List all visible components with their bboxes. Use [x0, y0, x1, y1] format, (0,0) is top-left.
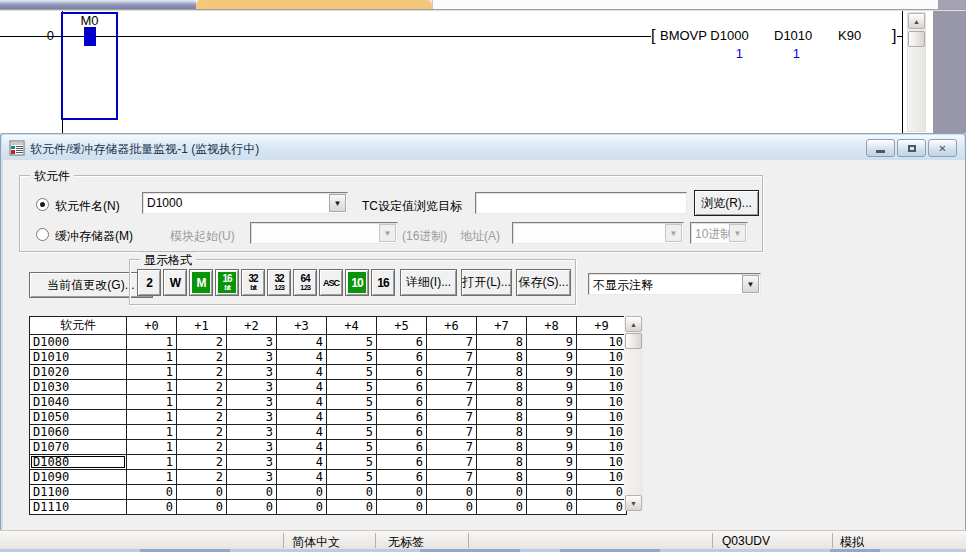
value-cell[interactable]: 0: [327, 485, 377, 500]
value-cell[interactable]: 8: [477, 455, 527, 470]
value-cell[interactable]: 1: [127, 455, 177, 470]
value-cell[interactable]: 3: [227, 395, 277, 410]
format-decimal-button[interactable]: 10: [345, 269, 369, 296]
value-cell[interactable]: 4: [277, 395, 327, 410]
value-cell[interactable]: 9: [527, 455, 577, 470]
value-cell[interactable]: 8: [477, 425, 527, 440]
value-cell[interactable]: 6: [377, 470, 427, 485]
device-cell[interactable]: D1060: [30, 425, 127, 440]
value-cell[interactable]: 0: [427, 500, 477, 515]
value-cell[interactable]: 0: [577, 485, 627, 500]
open-button[interactable]: 打开(L)...: [461, 269, 512, 296]
value-cell[interactable]: 1: [127, 410, 177, 425]
value-cell[interactable]: 2: [177, 380, 227, 395]
device-name-radio-label[interactable]: 软元件名(N): [55, 198, 120, 215]
instruction-destination[interactable]: D1010: [774, 28, 812, 43]
value-cell[interactable]: 4: [277, 350, 327, 365]
value-cell[interactable]: 6: [377, 350, 427, 365]
value-cell[interactable]: 0: [277, 485, 327, 500]
value-cell[interactable]: 8: [477, 335, 527, 350]
value-cell[interactable]: 2: [177, 440, 227, 455]
value-cell[interactable]: 0: [477, 500, 527, 515]
scroll-thumb[interactable]: [625, 333, 642, 349]
value-cell[interactable]: 10: [577, 335, 627, 350]
value-cell[interactable]: 5: [327, 440, 377, 455]
device-cell[interactable]: D1100: [30, 485, 127, 500]
value-cell[interactable]: 5: [327, 470, 377, 485]
value-cell[interactable]: 4: [277, 470, 327, 485]
table-vertical-scrollbar[interactable]: ▲ ▼: [624, 316, 643, 511]
value-cell[interactable]: 9: [527, 470, 577, 485]
value-cell[interactable]: 8: [477, 470, 527, 485]
device-cell[interactable]: D1020: [30, 365, 127, 380]
value-cell[interactable]: 7: [427, 350, 477, 365]
buffer-memory-radio-label[interactable]: 缓冲存储器(M): [55, 228, 133, 245]
value-cell[interactable]: 9: [527, 350, 577, 365]
value-cell[interactable]: 0: [327, 500, 377, 515]
contact-on-symbol[interactable]: [84, 27, 96, 46]
value-cell[interactable]: 0: [227, 500, 277, 515]
value-cell[interactable]: 10: [577, 455, 627, 470]
buffer-memory-radio[interactable]: [36, 228, 49, 241]
device-cell[interactable]: D1070: [30, 440, 127, 455]
restore-button[interactable]: [897, 139, 926, 157]
value-cell[interactable]: 5: [327, 395, 377, 410]
value-cell[interactable]: 6: [377, 335, 427, 350]
value-cell[interactable]: 8: [477, 350, 527, 365]
value-cell[interactable]: 0: [377, 500, 427, 515]
device-cell[interactable]: D1090: [30, 470, 127, 485]
value-cell[interactable]: 6: [377, 440, 427, 455]
value-cell[interactable]: 1: [127, 440, 177, 455]
value-cell[interactable]: 3: [227, 350, 277, 365]
device-cell[interactable]: D1000: [30, 335, 127, 350]
comment-display-combo[interactable]: 不显示注释 ▼: [588, 273, 761, 295]
value-cell[interactable]: 10: [577, 425, 627, 440]
value-cell[interactable]: 10: [577, 395, 627, 410]
value-cell[interactable]: 2: [177, 410, 227, 425]
value-cell[interactable]: 7: [427, 470, 477, 485]
value-cell[interactable]: 2: [177, 455, 227, 470]
device-cell[interactable]: D1030: [30, 380, 127, 395]
format-32bit-button[interactable]: 32bit: [241, 269, 265, 296]
value-cell[interactable]: 2: [177, 350, 227, 365]
format-float64-button[interactable]: 641.23: [293, 269, 317, 296]
value-cell[interactable]: 9: [527, 395, 577, 410]
value-cell[interactable]: 1: [127, 365, 177, 380]
value-cell[interactable]: 5: [327, 425, 377, 440]
value-cell[interactable]: 3: [227, 470, 277, 485]
ladder-editor[interactable]: 0 M0 [ BMOVP D1000 D1010 K90 ] 1 1 ▲: [0, 11, 933, 133]
value-cell[interactable]: 7: [427, 335, 477, 350]
value-cell[interactable]: 10: [577, 440, 627, 455]
tab-strip-inactive-tab[interactable]: [0, 0, 196, 9]
window-titlebar[interactable]: 软元件/缓冲存储器批量监视-1 (监视执行中) ✕: [2, 135, 964, 160]
value-cell[interactable]: 8: [477, 380, 527, 395]
instruction-count[interactable]: K90: [838, 28, 861, 43]
value-cell[interactable]: 8: [477, 365, 527, 380]
value-cell[interactable]: 6: [377, 425, 427, 440]
value-cell[interactable]: 3: [227, 440, 277, 455]
value-cell[interactable]: 6: [377, 455, 427, 470]
format-multipoint-button[interactable]: M: [189, 269, 213, 296]
value-cell[interactable]: 6: [377, 410, 427, 425]
close-button[interactable]: ✕: [928, 139, 957, 157]
value-cell[interactable]: 0: [577, 500, 627, 515]
value-cell[interactable]: 0: [527, 500, 577, 515]
value-cell[interactable]: 10: [577, 410, 627, 425]
value-cell[interactable]: 0: [177, 485, 227, 500]
value-cell[interactable]: 7: [427, 410, 477, 425]
instruction-opcode-source[interactable]: BMOVP D1000: [660, 28, 749, 43]
value-cell[interactable]: 0: [177, 500, 227, 515]
value-cell[interactable]: 0: [227, 485, 277, 500]
device-name-combo[interactable]: D1000 ▼: [142, 192, 348, 214]
value-cell[interactable]: 1: [127, 380, 177, 395]
value-cell[interactable]: 0: [427, 485, 477, 500]
value-cell[interactable]: 1: [127, 470, 177, 485]
value-cell[interactable]: 4: [277, 425, 327, 440]
value-cell[interactable]: 10: [577, 365, 627, 380]
value-cell[interactable]: 3: [227, 455, 277, 470]
value-cell[interactable]: 0: [127, 500, 177, 515]
value-cell[interactable]: 0: [477, 485, 527, 500]
value-cell[interactable]: 2: [177, 365, 227, 380]
value-cell[interactable]: 9: [527, 335, 577, 350]
value-cell[interactable]: 7: [427, 455, 477, 470]
